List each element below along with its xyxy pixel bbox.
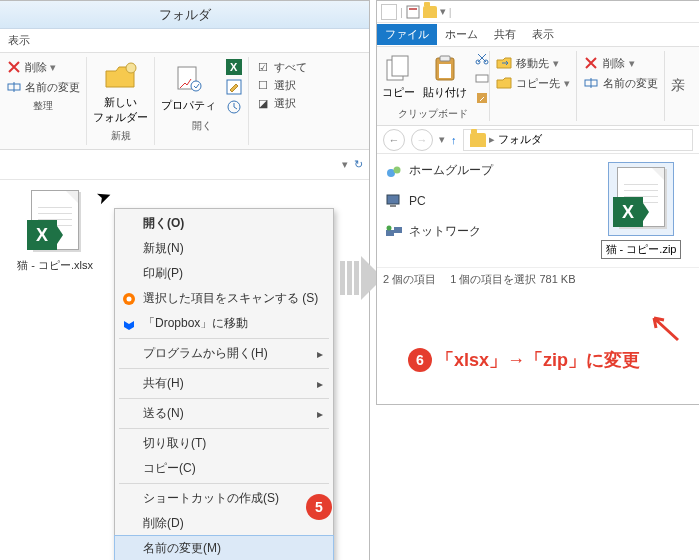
submenu-arrow-icon: ▸	[317, 377, 323, 391]
nav-network[interactable]: ネットワーク	[385, 223, 493, 240]
new-folder-button[interactable]: 新しい フォルダー	[93, 59, 148, 125]
ctx-sendto[interactable]: 送る(N)▸	[115, 401, 333, 426]
address-bar: ← → ▾ ↑ ▸ フォルダ	[377, 126, 699, 154]
select-none[interactable]: ☐選択	[255, 77, 307, 93]
callout-6: 6 「xlsx」→「zip」に変更	[408, 348, 640, 372]
file-pane-2[interactable]: ホームグループ PC ネットワーク X 猫 - コピー.zip	[377, 154, 699, 267]
svg-point-10	[127, 296, 132, 301]
cut-small-icon[interactable]	[475, 51, 489, 65]
ctx-open[interactable]: 開く(O)	[115, 211, 333, 236]
ribbon-tabs: 表示	[0, 29, 369, 53]
ctx-open-with[interactable]: プログラムから開く(H)▸	[115, 341, 333, 366]
select-all-icon: ☑	[255, 59, 271, 75]
svg-point-2	[126, 63, 136, 73]
ctx-rename[interactable]: 名前の変更(M)	[115, 536, 333, 560]
nav-tree: ホームグループ PC ネットワーク	[385, 162, 493, 259]
x-icon	[583, 55, 599, 71]
folder-icon	[104, 59, 138, 93]
network-icon	[385, 224, 403, 240]
rename-button[interactable]: 名前の変更	[6, 79, 80, 95]
dropbox-icon	[121, 316, 137, 332]
delete-button[interactable]: 削除▾	[6, 59, 80, 75]
tab-file[interactable]: ファイル	[377, 24, 437, 45]
tab-share[interactable]: 共有	[486, 24, 524, 45]
ctx-shortcut[interactable]: ショートカットの作成(S)	[115, 486, 333, 511]
nav-homegroup[interactable]: ホームグループ	[385, 162, 493, 179]
nav-pc[interactable]: PC	[385, 193, 493, 209]
qa-props-icon[interactable]	[406, 5, 420, 19]
x-icon	[6, 59, 22, 75]
ctx-delete[interactable]: 削除(D)	[115, 511, 333, 536]
select-invert[interactable]: ◪選択	[255, 95, 307, 111]
avast-icon	[121, 291, 137, 307]
select-all[interactable]: ☑すべて	[255, 59, 307, 75]
ctx-cut[interactable]: 切り取り(T)	[115, 431, 333, 456]
up-button[interactable]: ↑	[451, 134, 457, 146]
svg-point-4	[191, 81, 201, 91]
copyto-icon	[496, 75, 512, 91]
status-bar-2: 2 個の項目 1 個の項目を選択 781 KB	[377, 267, 699, 291]
ribbon-tabs-2: ファイル ホーム 共有 表示	[377, 23, 699, 47]
context-menu: 開く(O) 新規(N) 印刷(P) 選択した項目をスキャンする (S) 「Dro…	[114, 208, 334, 560]
submenu-arrow-icon: ▸	[317, 407, 323, 421]
svg-rect-20	[476, 75, 488, 82]
file-item-zip[interactable]: X 猫 - コピー.zip	[591, 162, 691, 259]
edit-small-icon[interactable]	[226, 79, 242, 95]
history-small-icon[interactable]	[226, 99, 242, 115]
more-group[interactable]: 亲	[664, 51, 691, 121]
separator	[119, 483, 329, 484]
ctx-copy[interactable]: コピー(C)	[115, 456, 333, 481]
system-menu-icon[interactable]	[381, 4, 397, 20]
search-indicator: ▾	[342, 158, 348, 171]
group-label-open: 開く	[161, 119, 242, 133]
ctx-share[interactable]: 共有(H)▸	[115, 371, 333, 396]
separator	[119, 338, 329, 339]
svg-rect-29	[394, 227, 402, 233]
ctx-scan[interactable]: 選択した項目をスキャンする (S)	[115, 286, 333, 311]
ribbon-2: コピー 貼り付け クリップボード 移動先▾ コピー先▾ 削除▾ 名前の変更	[377, 47, 699, 126]
explorer-window-after: | ▾ | ファイル ホーム 共有 表示 コピー 貼り付け	[376, 0, 699, 405]
folder-small-icon[interactable]	[423, 6, 437, 18]
ctx-dropbox[interactable]: 「Dropbox」に移動	[115, 311, 333, 336]
callout-5: 5	[306, 494, 332, 520]
refresh-button[interactable]: ↻	[354, 158, 363, 171]
separator	[119, 398, 329, 399]
red-pointer-icon	[648, 310, 682, 344]
svg-rect-14	[392, 56, 408, 76]
moveto-icon	[496, 55, 512, 71]
status-items: 2 個の項目	[383, 272, 436, 287]
rename-button-2[interactable]: 名前の変更	[583, 75, 658, 91]
svg-text:X: X	[230, 61, 238, 73]
group-label-organize: 整理	[6, 99, 80, 113]
status-selection: 1 個の項目を選択 781 KB	[450, 272, 575, 287]
tab-view[interactable]: 表示	[524, 24, 562, 45]
ctx-new[interactable]: 新規(N)	[115, 236, 333, 261]
group-label-clipboard: クリップボード	[377, 105, 489, 121]
copyto-button[interactable]: コピー先▾	[496, 75, 570, 91]
tab-home[interactable]: ホーム	[437, 24, 486, 45]
file-item-xlsx[interactable]: X 猫 - コピー.xlsx	[10, 190, 100, 273]
moveto-button[interactable]: 移動先▾	[496, 55, 570, 71]
select-none-icon: ☐	[255, 77, 271, 93]
file-name-zip-editing[interactable]: 猫 - コピー.zip	[601, 240, 682, 259]
paste-icon	[428, 51, 462, 85]
excel-badge-icon: X	[613, 197, 643, 227]
excel-small-icon[interactable]: X	[226, 59, 242, 75]
rename-icon	[6, 79, 22, 95]
title-bar: フォルダ	[0, 1, 369, 29]
back-button[interactable]: ←	[383, 129, 405, 151]
ctx-print[interactable]: 印刷(P)	[115, 261, 333, 286]
select-invert-icon: ◪	[255, 95, 271, 111]
copy-button[interactable]: コピー	[377, 51, 419, 105]
svg-rect-28	[386, 230, 394, 236]
paste-shortcut-icon[interactable]	[475, 91, 489, 105]
copy-path-icon[interactable]	[475, 71, 489, 85]
properties-button[interactable]: プロパティ	[161, 62, 216, 113]
paste-button[interactable]: 貼り付け	[419, 51, 471, 105]
homegroup-icon	[385, 163, 403, 179]
tab-view[interactable]: 表示	[0, 30, 38, 51]
delete-button-2[interactable]: 削除▾	[583, 55, 658, 71]
forward-button[interactable]: →	[411, 129, 433, 151]
copy-icon	[381, 51, 415, 85]
breadcrumb[interactable]: ▸ フォルダ	[463, 129, 694, 151]
